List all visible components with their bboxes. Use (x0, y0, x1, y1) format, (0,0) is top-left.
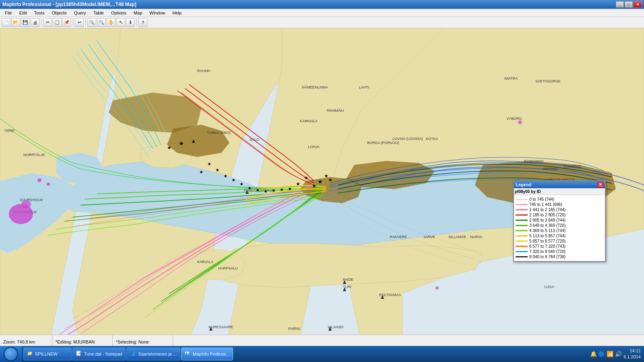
legend-label: 3 649 to 4 369 (720) (529, 223, 566, 228)
start-button[interactable] (0, 346, 22, 362)
legend-color-swatch (516, 235, 528, 237)
svg-text:★: ★ (208, 162, 211, 165)
svg-text:★: ★ (168, 146, 171, 150)
title-bar-controls: _ □ ✕ (616, 1, 642, 8)
menu-edit[interactable]: Edit (16, 10, 30, 16)
menu-file[interactable]: File (2, 10, 15, 16)
new-button[interactable]: 📄 (2, 18, 10, 27)
pan-button[interactable]: ✋ (107, 18, 116, 27)
legend-label: 5 113 to 5 857 (744) (529, 234, 566, 238)
svg-text:IMATRA: IMATRA (504, 76, 518, 80)
svg-text:JARVE: JARVE (423, 235, 435, 239)
legend-row: 5 857 to 6 577 (720) (516, 239, 603, 244)
notepad-icon: 📝 (76, 351, 83, 357)
legend-panel: Legend ✕ pf08y00 by ID 0 to 745 (744)745… (513, 180, 606, 262)
taskbar-items: 📁SPILLNEW📝Tune.dat - Notepad📘Saaristomer… (22, 346, 587, 362)
svg-text:KURESSAARE: KURESSAARE (208, 325, 233, 329)
legend-row: 0 to 745 (744) (516, 197, 603, 202)
print-button[interactable]: 🖨 (31, 18, 39, 27)
legend-label: 4 369 to 5 113 (744) (529, 228, 566, 233)
svg-text:SALO: SALO (250, 138, 259, 142)
word-icon: 📘 (130, 351, 136, 357)
zoom-out-button[interactable]: 🔍 (97, 18, 106, 27)
legend-label: 8 040 to 8 784 (738) (529, 255, 566, 259)
legend-color-swatch (516, 220, 528, 221)
cut-button[interactable]: ✂ (43, 18, 52, 27)
svg-text:VYBORG: VYBORG (506, 117, 522, 121)
svg-point-69 (47, 183, 50, 186)
svg-text:★: ★ (329, 178, 332, 182)
svg-text:★: ★ (318, 179, 322, 184)
taskbar-item[interactable]: 📝Tune.dat - Notepad (72, 348, 126, 360)
undo-button[interactable]: ↩ (75, 18, 84, 27)
close-button[interactable]: ✕ (634, 1, 642, 8)
menu-objects[interactable]: Objects (48, 10, 70, 16)
menu-tools[interactable]: Tools (31, 10, 48, 16)
legend-color-swatch (516, 230, 528, 231)
svg-text:HARPSALU: HARPSALU (218, 266, 238, 270)
save-button[interactable]: 💾 (21, 18, 30, 27)
clock: 14:11 6.1.2014 (623, 348, 641, 360)
copy-button[interactable]: 📋 (53, 18, 62, 27)
menu-window[interactable]: Window (146, 10, 168, 16)
svg-text:★: ★ (192, 140, 195, 144)
legend-title: Legend (516, 182, 531, 187)
svg-text:TIERP: TIERP (4, 129, 15, 133)
svg-text:★: ★ (224, 175, 227, 177)
svg-text:HANGÖ (HANKO): HANGÖ (HANKO) (244, 188, 274, 192)
menu-table[interactable]: Table (90, 10, 107, 16)
title-text: MapInfo Professional - [pp1385h43Model.I… (2, 2, 136, 7)
menu-help[interactable]: Help (169, 10, 185, 16)
zoom-in-button[interactable]: 🔍 (87, 18, 96, 27)
menu-map[interactable]: Map (130, 10, 145, 16)
svg-text:LOVISA (LOVIISA): LOVISA (LOVIISA) (392, 137, 423, 141)
open-button[interactable]: 📂 (11, 18, 20, 27)
legend-close-button[interactable]: ✕ (598, 182, 603, 187)
taskbar-item[interactable]: 📁SPILLNEW (23, 348, 72, 360)
svg-text:SILLAMÄE: SILLAMÄE (448, 235, 466, 239)
info-button[interactable]: ℹ (126, 18, 135, 27)
separator-4 (136, 19, 137, 27)
svg-text:RAKVERE: RAKVERE (390, 235, 407, 239)
svg-text:PARNU: PARNU (288, 327, 301, 331)
legend-row: 5 113 to 5 857 (744) (516, 233, 603, 239)
taskbar-item-label: Saaristomeren ja ... (138, 352, 176, 356)
taskbar-item-label: MapInfo Professi... (193, 352, 230, 356)
maximize-button[interactable]: □ (625, 1, 633, 8)
separator-1 (41, 19, 41, 27)
svg-text:KARKKILA: KARKKILA (300, 119, 318, 123)
taskbar-item-label: Tune.dat - Notepad (84, 352, 122, 356)
svg-text:RAUMA: RAUMA (197, 69, 211, 73)
legend-label: 6 577 to 7 320 (743) (529, 244, 566, 249)
tray-icons: 🔔 🔵 📶 🔊 (590, 351, 622, 357)
title-bar: MapInfo Professional - [pp1385h43Model.I… (0, 0, 644, 9)
legend-content: 0 to 745 (744)745 to 1 441 (696)1 441 to… (514, 195, 605, 261)
svg-text:NORRTÄLJE: NORRTÄLJE (23, 153, 45, 157)
taskbar-item[interactable]: 📘Saaristomeren ja ... (126, 348, 180, 360)
svg-text:NARVA: NARVA (470, 235, 482, 239)
menu-options[interactable]: Options (108, 10, 130, 16)
svg-text:★: ★ (305, 176, 308, 180)
svg-text:TURKU (ÅBO): TURKU (ÅBO) (207, 131, 231, 135)
help-button[interactable]: ? (138, 18, 147, 27)
map-area[interactable]: ★ ★ ★ ★ ★ ★ ★ ★ ★ ★ ★ ★ ★ ★ ★ ★ ★ ★ ★ ★ … (0, 28, 644, 348)
legend-label: 0 to 745 (744) (529, 197, 554, 202)
svg-text:★: ★ (216, 169, 219, 171)
taskbar-item[interactable]: 🗺MapInfo Professi... (181, 348, 233, 360)
legend-label: 745 to 1 441 (696) (529, 202, 562, 207)
svg-text:RIIHIMÄKI: RIIHIMÄKI (327, 109, 344, 113)
taskbar-right: 🔔 🔵 📶 🔊 14:11 6.1.2014 (587, 346, 644, 362)
legend-row: 6 577 to 7 320 (743) (516, 244, 603, 249)
svg-text:LUGA: LUGA (544, 285, 554, 289)
legend-row: 1 441 to 2 185 (744) (516, 207, 603, 212)
minimize-button[interactable]: _ (616, 1, 624, 8)
legend-titlebar: Legend ✕ (514, 181, 605, 188)
svg-text:LAHTI: LAHTI (359, 85, 369, 89)
svg-text:KOTKA: KOTKA (426, 137, 438, 141)
paste-button[interactable]: 📌 (62, 18, 71, 27)
svg-text:LOHJA: LOHJA (308, 145, 320, 149)
menu-query[interactable]: Query (71, 10, 89, 16)
svg-text:REPINO: REPINO (543, 167, 557, 171)
select-button[interactable]: ↖ (116, 18, 125, 27)
svg-text:HÄMEENLINNA: HÄMEENLINNA (302, 85, 328, 89)
